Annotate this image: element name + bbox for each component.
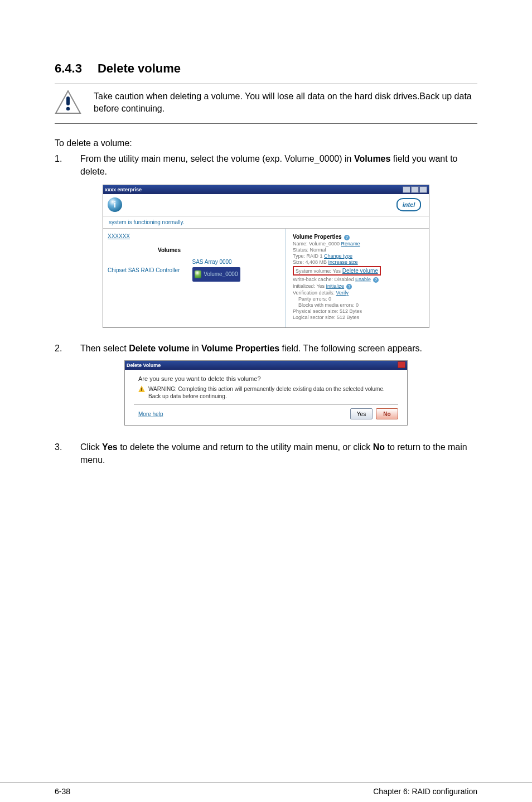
- screenshot-volume-properties: xxxx enterprise i intel system is functi…: [103, 185, 429, 328]
- text-run: Then select: [80, 344, 129, 353]
- brand-bar: i intel: [103, 194, 429, 216]
- volumes-label: Volumes: [158, 247, 281, 253]
- dialog-warning: WARNING: Completing this action will per…: [138, 385, 398, 400]
- dialog-title: Delete Volume: [127, 363, 161, 368]
- svg-point-2: [66, 107, 70, 110]
- warning-text: WARNING: Completing this action will per…: [148, 385, 398, 400]
- text-bold: Delete volume: [129, 344, 189, 353]
- prop-parity: Parity errors: 0: [298, 296, 423, 302]
- intro-text: To delete a volume:: [55, 138, 477, 148]
- array-label: SAS Array 0000: [192, 259, 232, 265]
- window-body: XXXXXX Volumes Chipset SAS RAID Controll…: [103, 229, 429, 327]
- prop-name: Name: Volume_0000: [293, 241, 340, 247]
- caution-text: Take caution when deleting a volume. You…: [94, 90, 477, 114]
- initialize-link[interactable]: Initialize: [326, 283, 345, 289]
- step-number: 1.: [55, 153, 64, 178]
- yes-button[interactable]: Yes: [350, 408, 373, 419]
- dialog-titlebar: Delete Volume: [125, 361, 407, 370]
- window-titlebar: xxxx enterprise: [103, 185, 429, 194]
- delete-volume-link[interactable]: Delete volume: [342, 268, 378, 274]
- text-bold: Volume Properties: [201, 344, 279, 353]
- properties-title: Volume Properties: [293, 234, 342, 240]
- text-run: to delete the volume and return to the u…: [118, 442, 373, 452]
- verify-link[interactable]: Verify: [336, 290, 349, 296]
- change-type-link[interactable]: Change type: [324, 253, 352, 259]
- chapter-label: Chapter 6: RAID configuration: [373, 787, 477, 796]
- text-run: From the utility main menu, select the v…: [80, 154, 354, 163]
- svg-rect-1: [66, 96, 70, 105]
- dialog-question: Are you sure you want to delete this vol…: [138, 375, 398, 382]
- prop-writeback: Write-back cache: Disabled: [293, 277, 354, 282]
- prop-phys-sector: Physical sector size: 512 Bytes: [293, 308, 423, 314]
- delete-volume-highlight: System volume: Yes Delete volume: [293, 266, 381, 276]
- status-bar: system is functioning normally.: [103, 216, 429, 229]
- volume-selected-label: Volume_0000: [204, 271, 238, 277]
- text-bold: Yes: [102, 442, 118, 452]
- prop-logical-sector: Logical sector size: 512 Bytes: [293, 315, 423, 320]
- text-run: Click: [80, 442, 102, 452]
- divider: [55, 84, 477, 84]
- rename-link[interactable]: Rename: [341, 241, 360, 247]
- dialog-close-button[interactable]: [398, 361, 405, 369]
- window-title: xxxx enterprise: [105, 187, 142, 192]
- prop-verification: Verification details:: [293, 290, 335, 296]
- caution-block: Take caution when deleting a volume. You…: [55, 85, 477, 120]
- no-button[interactable]: No: [376, 408, 398, 419]
- step-2: 2. Then select Delete volume in Volume P…: [55, 342, 477, 355]
- text-bold: No: [373, 442, 385, 452]
- step-text: Click Yes to delete the volume and retur…: [80, 441, 477, 466]
- text-bold: Volumes: [354, 154, 391, 163]
- text-run: in: [190, 344, 201, 353]
- intel-logo: intel: [396, 198, 421, 211]
- help-icon[interactable]: ?: [344, 235, 350, 240]
- controller-label: Chipset SAS RAID Controller: [108, 267, 180, 273]
- volume-chip-icon: [195, 270, 202, 278]
- prop-type: Type: RAID 1: [293, 253, 323, 259]
- heading-title: Delete volume: [98, 61, 181, 76]
- step-1: 1. From the utility main menu, select th…: [55, 153, 477, 178]
- prop-size: Size: 4,408 MB: [293, 259, 327, 265]
- dialog-body: Are you sure you want to delete this vol…: [125, 370, 407, 401]
- step-text: From the utility main menu, select the v…: [80, 153, 477, 178]
- help-icon[interactable]: ?: [346, 284, 352, 289]
- help-icon[interactable]: ?: [373, 277, 379, 283]
- page-footer: 6-38 Chapter 6: RAID configuration: [0, 782, 532, 796]
- more-help-link[interactable]: More help: [138, 411, 163, 417]
- step-number: 2.: [55, 342, 64, 355]
- prop-sysvol: System volume: Yes: [296, 268, 341, 274]
- section-heading: 6.4.3 Delete volume: [55, 61, 477, 76]
- step-number: 3.: [55, 441, 64, 466]
- text-run: field. The following screen appears.: [279, 344, 422, 353]
- left-pane: XXXXXX Volumes Chipset SAS RAID Controll…: [103, 229, 286, 327]
- warning-icon: [138, 385, 145, 392]
- screenshot-delete-dialog: Delete Volume Are you sure you want to d…: [124, 360, 408, 426]
- volume-selected[interactable]: Volume_0000: [192, 267, 240, 282]
- step-text: Then select Delete volume in Volume Prop…: [80, 342, 477, 355]
- enable-link[interactable]: Enable: [355, 277, 371, 282]
- dialog-footer: More help Yes No: [125, 405, 407, 425]
- prop-blocks: Blocks with media errors: 0: [298, 302, 423, 308]
- heading-number: 6.4.3: [55, 61, 82, 76]
- caution-icon: [55, 90, 81, 114]
- window-controls[interactable]: [403, 186, 427, 193]
- step-3: 3. Click Yes to delete the volume and re…: [55, 441, 477, 466]
- increase-size-link[interactable]: Increase size: [328, 259, 358, 265]
- divider: [55, 123, 477, 124]
- app-logo-icon: i: [108, 197, 122, 212]
- properties-pane: Volume Properties? Name: Volume_0000 Ren…: [286, 229, 429, 327]
- nav-link[interactable]: XXXXXX: [108, 233, 281, 239]
- prop-initialized: Initialized: Yes: [293, 283, 325, 289]
- prop-status: Status: Normal: [293, 247, 423, 253]
- page-number: 6-38: [55, 787, 70, 796]
